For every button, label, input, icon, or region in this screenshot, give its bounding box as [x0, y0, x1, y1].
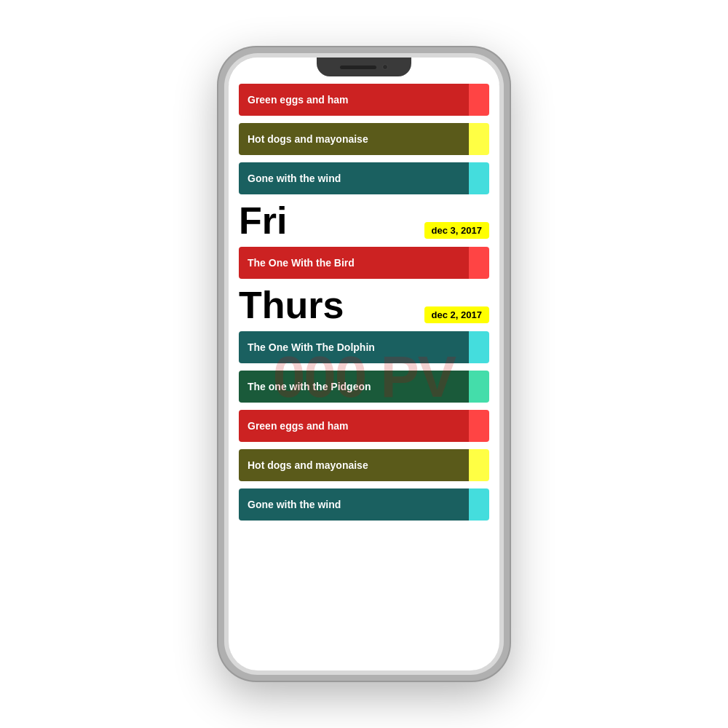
event-title: The One With the Bird: [239, 247, 469, 279]
event-accent-bar: [469, 410, 489, 442]
event-accent-bar: [469, 123, 489, 155]
list-item[interactable]: The One With the Bird: [239, 247, 489, 279]
event-title: The One With The Dolphin: [239, 331, 469, 363]
event-accent-bar: [469, 247, 489, 279]
day-date-fri: dec 3, 2017: [424, 222, 489, 239]
list-item[interactable]: Hot dogs and mayonaise: [239, 123, 489, 155]
speaker-icon: [340, 66, 376, 69]
event-title: Hot dogs and mayonaise: [239, 449, 469, 481]
event-group-thurs: The One With The Dolphin The one with th…: [239, 331, 489, 521]
event-title: Hot dogs and mayonaise: [239, 123, 469, 155]
list-item[interactable]: The One With The Dolphin: [239, 331, 489, 363]
list-item[interactable]: Gone with the wind: [239, 488, 489, 521]
list-item[interactable]: Green eggs and ham: [239, 84, 489, 116]
phone-device: 000 PV Green eggs and ham Hot dogs and m…: [218, 47, 510, 681]
camera-icon: [382, 64, 388, 70]
list-item[interactable]: Gone with the wind: [239, 162, 489, 194]
day-header-fri: Fri dec 3, 2017: [239, 202, 489, 240]
event-title: The one with the Pidgeon: [239, 371, 469, 403]
event-title: Green eggs and ham: [239, 84, 469, 116]
event-accent-bar: [469, 449, 489, 481]
event-title: Gone with the wind: [239, 488, 469, 521]
event-accent-bar: [469, 488, 489, 521]
day-name-thurs: Thurs: [239, 286, 344, 324]
day-name-fri: Fri: [239, 202, 287, 240]
screen-content: 000 PV Green eggs and ham Hot dogs and m…: [229, 84, 499, 670]
event-group-fri: The One With the Bird: [239, 247, 489, 279]
list-item[interactable]: Hot dogs and mayonaise: [239, 449, 489, 481]
event-accent-bar: [469, 84, 489, 116]
event-group-top: Green eggs and ham Hot dogs and mayonais…: [239, 84, 489, 194]
event-title: Green eggs and ham: [239, 410, 469, 442]
phone-screen: 000 PV Green eggs and ham Hot dogs and m…: [229, 58, 499, 670]
notch: [317, 58, 411, 76]
day-header-thurs: Thurs dec 2, 2017: [239, 286, 489, 324]
event-title: Gone with the wind: [239, 162, 469, 194]
event-accent-bar: [469, 162, 489, 194]
notch-area: [229, 58, 499, 84]
day-date-thurs: dec 2, 2017: [424, 306, 489, 323]
phone-inner-frame: 000 PV Green eggs and ham Hot dogs and m…: [224, 53, 504, 675]
event-accent-bar: [469, 371, 489, 403]
list-item[interactable]: Green eggs and ham: [239, 410, 489, 442]
event-accent-bar: [469, 331, 489, 363]
list-item[interactable]: The one with the Pidgeon: [239, 371, 489, 403]
